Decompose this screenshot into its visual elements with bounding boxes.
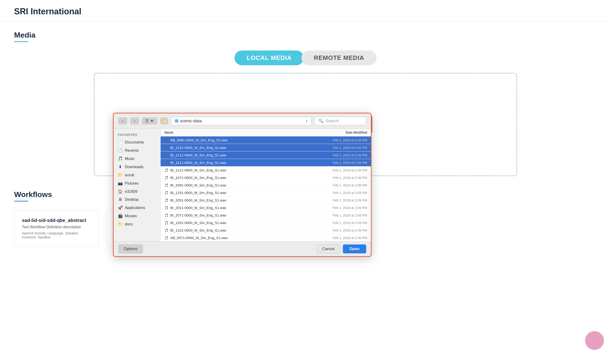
file-name-text: BI_2011-0000_M_Sm_Eng_S1.wav (170, 206, 226, 210)
file-row[interactable]: 🎵BI_1201-0000_M_Sm_Eng_S1.wavFeb 1, 2018… (161, 219, 371, 227)
file-row[interactable]: 🎵BI_1211-0000_M_Sm_Eng_S1.wavFeb 1, 2018… (161, 159, 371, 167)
folder-color-dot (175, 119, 178, 123)
sidebar-label-6: e31609 (125, 190, 137, 194)
sidebar-item-enroll[interactable]: 📁enroll (114, 171, 160, 179)
file-name-text: BI_2091-0000_M_Sm_Eng_S1.wav (170, 183, 226, 187)
file-date-text: Feb 1, 2018 at 2:09 PM (333, 168, 367, 172)
sidebar-label-9: Movies (125, 214, 137, 218)
sidebar-item-docs[interactable]: 📁docs (114, 220, 160, 228)
sidebar-icon-8: 🚀 (118, 205, 123, 210)
sidebar-favorites-label: Favorites (114, 131, 160, 138)
file-name-cell: 🎵BI_2091-0000_M_Sm_Eng_S1.wav (164, 183, 226, 187)
sidebar-item-applications[interactable]: 🚀Applications (114, 204, 160, 212)
picker-file-list[interactable]: Name Date Modified 🎵AB_0081-0000_M_Sm_En… (161, 129, 371, 241)
sidebar-label-5: Pictures (125, 181, 139, 185)
floating-action-button[interactable] (585, 331, 604, 350)
file-row[interactable]: 🎵BI_1101-0000_M_Sm_Eng_S1.wavFeb 1, 2018… (161, 227, 371, 234)
file-audio-icon: 🎵 (164, 153, 168, 157)
sidebar-label-0: Documents (125, 140, 144, 144)
picker-forward-button[interactable]: › (130, 117, 139, 124)
picker-sidebar: Favorites 📄Documents🕐Recents🎵Music⬇Downl… (114, 129, 161, 241)
file-row[interactable]: 🎵BI_2071-0000_M_Sm_Eng_S1.wavFeb 1, 2018… (161, 212, 371, 219)
file-name-cell: 🎵AB_0081-0000_M_Sm_Eng_S1.wav (164, 138, 228, 142)
file-row[interactable]: 🎵BI_1151-0000_M_Sm_Eng_S1.wavFeb 1, 2018… (161, 189, 371, 196)
sidebar-icon-4: 📁 (118, 173, 123, 178)
folder-icon: 📁 (162, 118, 167, 124)
file-name-text: BI_1101-0000_M_Sm_Eng_S1.wav (170, 228, 226, 232)
sidebar-label-8: Applications (125, 206, 145, 210)
file-name-cell: 🎵BI_1071-0000_M_Sm_Eng_S1.wav (164, 176, 226, 180)
picker-toolbar: ‹ › ☰ ▼ 📁 scenic-data ↕ 🔍 Search (114, 113, 371, 129)
file-date-text: Feb 1, 2018 at 2:09 PM (333, 198, 367, 202)
sidebar-item-movies[interactable]: 🎬Movies (114, 212, 160, 220)
file-audio-icon: 🎵 (164, 161, 168, 165)
picker-back-button[interactable]: ‹ (118, 117, 127, 124)
picker-location-text: scenic-data (180, 118, 202, 124)
file-name-text: BI_2051-0000_M_Sm_Eng_S1.wav (170, 198, 226, 202)
sidebar-icon-1: 🕐 (118, 148, 123, 153)
file-row[interactable]: 🎵BI_2051-0000_M_Sm_Eng_S1.wavFeb 1, 2018… (161, 196, 371, 204)
sidebar-item-documents[interactable]: 📄Documents (114, 138, 160, 146)
sidebar-item-recents[interactable]: 🕐Recents (114, 146, 160, 155)
header: SRI International (0, 0, 611, 21)
picker-footer: Options Cancel Open (114, 241, 371, 256)
workflows-title-underline (14, 201, 28, 201)
sidebar-label-4: enroll (125, 173, 134, 177)
file-name-cell: 🎵BI_1201-0000_M_Sm_Eng_S1.wav (164, 221, 226, 225)
file-name-text: BI_1111-0000_M_Sm_Eng_S1.wav (170, 153, 226, 157)
sidebar-item-music[interactable]: 🎵Music (114, 155, 160, 163)
cancel-button[interactable]: Cancel (317, 245, 340, 253)
media-tab-row: LOCAL MEDIA REMOTE MEDIA (14, 51, 597, 65)
sidebar-label-1: Recents (125, 148, 139, 153)
file-name-text: BI_1211-0000_M_Sm_Eng_S1.wav (170, 161, 226, 165)
file-name-text: BI_1131-0000_M_Sm_Eng_S1.wav (170, 146, 226, 150)
picker-new-folder-button[interactable]: 📁 (160, 117, 168, 124)
file-date-text: Feb 1, 2018 at 2:09 PM (333, 206, 367, 210)
file-row[interactable]: 🎵AB_0071-0000_M_Sm_Eng_S1.wavFeb 1, 2018… (161, 234, 371, 241)
file-audio-icon: 🎵 (164, 236, 168, 240)
file-date-text: Feb 1, 2018 at 2:09 PM (333, 153, 367, 157)
file-row[interactable]: 🎵BI_2091-0000_M_Sm_Eng_S1.wavFeb 1, 2018… (161, 182, 371, 189)
file-name-cell: 🎵BI_1131-0000_M_Sm_Eng_S1.wav (164, 146, 226, 150)
search-icon: 🔍 (319, 118, 324, 124)
picker-location-bar[interactable]: scenic-data ↕ (171, 117, 312, 125)
sidebar-item-pictures[interactable]: 📷Pictures (114, 179, 160, 187)
picker-body: Favorites 📄Documents🕐Recents🎵Music⬇Downl… (114, 129, 371, 241)
sidebar-item-downloads[interactable]: ⬇Downloads (114, 163, 160, 171)
workflow-card-0[interactable]: sad-lid-sid-sdd-qbe_abstract Test Workfl… (14, 210, 99, 247)
file-row[interactable]: 🎵BI_1121-0000_M_Sm_Eng_S1.wavFeb 1, 2018… (161, 167, 371, 174)
file-row[interactable]: 🎵BI_1111-0000_M_Sm_Eng_S1.wavFeb 1, 2018… (161, 152, 371, 159)
tab-local-media[interactable]: LOCAL MEDIA (235, 51, 304, 65)
file-name-cell: 🎵BI_2011-0000_M_Sm_Eng_S1.wav (164, 206, 226, 210)
sidebar-icon-9: 🎬 (118, 213, 123, 218)
workflow-card-0-desc: Test Workflow Definition description (22, 225, 91, 229)
picker-search-bar[interactable]: 🔍 Search (314, 117, 366, 125)
file-row[interactable]: 🎵BI_2011-0000_M_Sm_Eng_S1.wavFeb 1, 2018… (161, 204, 371, 212)
tab-remote-media[interactable]: REMOTE MEDIA (302, 51, 376, 65)
file-audio-icon: 🎵 (164, 176, 168, 180)
list-icon: ☰ (145, 118, 149, 124)
file-name-cell: 🎵BI_2071-0000_M_Sm_Eng_S1.wav (164, 213, 226, 217)
file-name-text: AB_0071-0000_M_Sm_Eng_S1.wav (170, 236, 228, 240)
sidebar-item-desktop[interactable]: 🖥Desktop (114, 196, 160, 204)
file-audio-icon: 🎵 (164, 191, 168, 195)
app-title: SRI International (14, 7, 81, 16)
file-row[interactable]: 🎵AB_0081-0000_M_Sm_Eng_S1.wavFeb 1, 2018… (161, 136, 371, 144)
picker-view-button[interactable]: ☰ ▼ (142, 117, 157, 124)
chevron-down-icon: ▼ (150, 118, 154, 124)
open-button[interactable]: Open (343, 245, 366, 253)
picker-location-name: scenic-data (175, 118, 202, 124)
sidebar-label-2: Music (125, 157, 135, 161)
sidebar-item-e31609[interactable]: 🏠e31609 (114, 187, 160, 196)
file-audio-icon: 🎵 (164, 146, 168, 150)
sidebar-label-10: docs (125, 222, 133, 226)
file-name-cell: 🎵BI_1151-0000_M_Sm_Eng_S1.wav (164, 191, 226, 195)
file-row[interactable]: 🎵BI_1071-0000_M_Sm_Eng_S1.wavFeb 1, 2018… (161, 174, 371, 182)
options-button[interactable]: Options (118, 245, 143, 253)
file-picker-dialog: ‹ › ☰ ▼ 📁 scenic-data ↕ 🔍 Search Favorit… (113, 113, 372, 257)
file-date-text: Feb 1, 2018 at 2:09 PM (333, 176, 367, 180)
file-row[interactable]: 🎵BI_1131-0000_M_Sm_Eng_S1.wavFeb 1, 2018… (161, 144, 371, 152)
file-name-cell: 🎵BI_1211-0000_M_Sm_Eng_S1.wav (164, 161, 226, 165)
location-chevron-icon: ↕ (306, 118, 308, 124)
file-audio-icon: 🎵 (164, 229, 168, 232)
